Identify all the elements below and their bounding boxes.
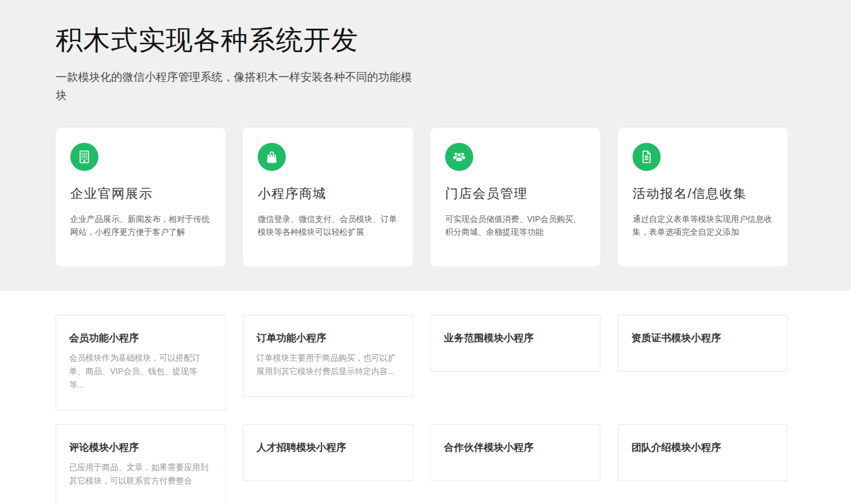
module-card-title: 订单功能小程序	[257, 332, 399, 344]
feature-card-title: 企业官网展示	[70, 187, 211, 201]
module-card-title: 人才招聘模块小程序	[257, 442, 399, 453]
feature-card-title: 活动报名/信息收集	[633, 187, 773, 201]
module-card-certificates[interactable]: 资质证书模块小程序	[618, 315, 788, 372]
feature-card-description: 微信登录、微信支付、会员模块、订单模块等各种模块可以轻松扩展	[258, 212, 398, 238]
feature-card-mall: 小程序商城 微信登录、微信支付、会员模块、订单模块等各种模块可以轻松扩展	[243, 128, 413, 266]
feature-card-description: 可实现会员储值消费、VIP会员购买、积分商城、余额提现等功能	[445, 212, 586, 238]
module-card-title: 会员功能小程序	[69, 332, 212, 344]
module-card-member[interactable]: 会员功能小程序 会员模块作为基础模块，可以搭配订单、商品、VIP会员、钱包、提现…	[56, 315, 225, 410]
module-card-comments[interactable]: 评论模块小程序 已应用于商品、文章，如果需要应用到其它模块，可以联系官方付费整合	[56, 424, 225, 504]
feature-card-description: 企业产品展示、新闻发布，相对于传统网站，小程序更方便于客户了解	[70, 212, 211, 238]
module-card-business-scope[interactable]: 业务范围模块小程序	[430, 315, 600, 372]
module-card-description: 订单模块主要用于商品购买，也可以扩展用到其它模块付费后显示特定内容...	[257, 351, 399, 378]
page: 积木式实现各种系统开发 一款模块化的微信小程序管理系统，像搭积木一样安装各种不同…	[0, 0, 851, 504]
module-section: 会员功能小程序 会员模块作为基础模块，可以搭配订单、商品、VIP会员、钱包、提现…	[0, 291, 851, 504]
module-card-grid: 会员功能小程序 会员模块作为基础模块，可以搭配订单、商品、VIP会员、钱包、提现…	[56, 315, 788, 504]
feature-card-grid: 企业官网展示 企业产品展示、新闻发布，相对于传统网站，小程序更方便于客户了解 小…	[56, 128, 788, 266]
module-card-description: 已应用于商品、文章，如果需要应用到其它模块，可以联系官方付费整合	[69, 461, 212, 488]
building-icon	[70, 143, 98, 171]
module-card-title: 业务范围模块小程序	[444, 332, 587, 344]
module-card-title: 评论模块小程序	[69, 442, 212, 453]
module-card-partners[interactable]: 合作伙伴模块小程序	[430, 424, 600, 481]
users-icon	[445, 143, 473, 171]
document-icon	[633, 143, 661, 171]
feature-card-forms: 活动报名/信息收集 通过自定义表单等模块实现用户信息收集，表单选项完全自定义添加	[618, 128, 788, 266]
feature-card-title: 门店会员管理	[445, 187, 586, 201]
page-title: 积木式实现各种系统开发	[56, 0, 788, 55]
hero-section: 积木式实现各种系统开发 一款模块化的微信小程序管理系统，像搭积木一样安装各种不同…	[0, 0, 851, 291]
module-card-title: 团队介绍模块小程序	[631, 442, 774, 453]
feature-card-title: 小程序商城	[258, 187, 398, 201]
feature-card-official-site: 企业官网展示 企业产品展示、新闻发布，相对于传统网站，小程序更方便于客户了解	[56, 128, 225, 266]
module-card-description: 会员模块作为基础模块，可以搭配订单、商品、VIP会员、钱包、提现等等...	[69, 351, 212, 392]
building-icon	[77, 149, 92, 164]
module-card-title: 合作伙伴模块小程序	[444, 442, 587, 453]
module-card-order[interactable]: 订单功能小程序 订单模块主要用于商品购买，也可以扩展用到其它模块付费后显示特定内…	[243, 315, 413, 397]
page-subtitle: 一款模块化的微信小程序管理系统，像搭积木一样安装各种不同的功能模块	[56, 68, 415, 104]
feature-card-members: 门店会员管理 可实现会员储值消费、VIP会员购买、积分商城、余额提现等功能	[430, 128, 600, 266]
shopping-bag-icon	[258, 143, 286, 171]
module-card-team[interactable]: 团队介绍模块小程序	[618, 424, 788, 481]
module-card-title: 资质证书模块小程序	[631, 332, 774, 344]
shopping-bag-icon	[264, 149, 279, 164]
users-icon	[452, 149, 467, 164]
feature-card-description: 通过自定义表单等模块实现用户信息收集，表单选项完全自定义添加	[633, 212, 773, 238]
module-card-recruitment[interactable]: 人才招聘模块小程序	[243, 424, 413, 481]
document-icon	[639, 149, 654, 164]
